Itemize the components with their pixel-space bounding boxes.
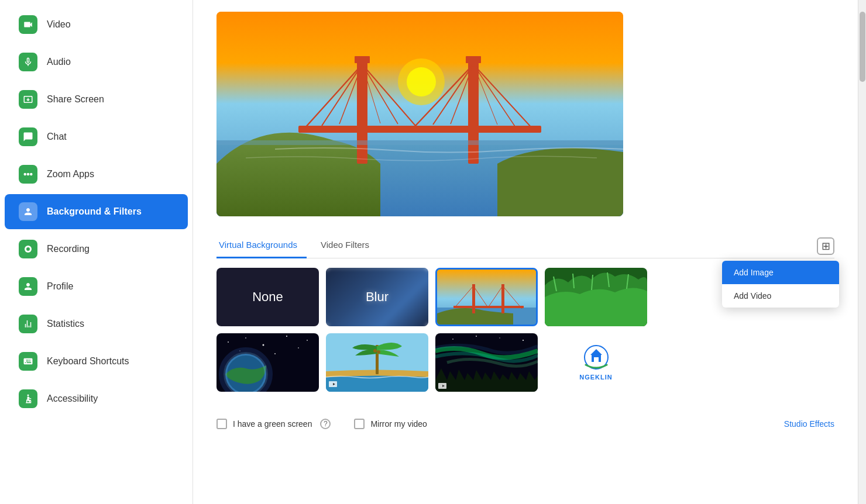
main-content: Virtual Backgrounds Video Filters ⊞ Add …	[193, 0, 858, 504]
add-video-option[interactable]: Add Video	[722, 284, 839, 308]
help-icon[interactable]: ?	[320, 419, 331, 429]
scrollbar-thumb[interactable]	[860, 12, 865, 82]
green-screen-checkbox[interactable]	[216, 419, 227, 429]
svg-point-50	[274, 353, 276, 354]
audio-icon	[19, 53, 37, 71]
sidebar-item-zoom-apps[interactable]: Zoom Apps	[5, 157, 188, 192]
green-screen-label: I have a green screen	[233, 419, 312, 429]
sidebar-item-video[interactable]: Video	[5, 7, 188, 42]
svg-point-59	[373, 349, 377, 353]
sidebar-item-chat[interactable]: Chat	[5, 119, 188, 154]
tab-video-filters[interactable]: Video Filters	[318, 234, 379, 258]
add-button[interactable]: ⊞ Add Image Add Video	[817, 237, 834, 255]
sidebar: Video Audio Share Screen Chat	[0, 0, 193, 504]
chat-icon	[19, 127, 37, 146]
thumbnail-logo[interactable]: NGEKLIN	[545, 333, 647, 392]
mirror-checkbox[interactable]	[354, 419, 365, 429]
svg-rect-24	[298, 126, 541, 133]
profile-icon	[19, 277, 37, 296]
bottom-controls: I have a green screen ? Mirror my video …	[193, 407, 858, 441]
svg-point-67	[523, 340, 524, 341]
sidebar-item-background-filters[interactable]: Background & Filters	[5, 194, 188, 229]
scrollbar[interactable]	[858, 0, 866, 504]
sidebar-item-label-profile: Profile	[47, 281, 73, 292]
share-screen-icon	[19, 90, 37, 109]
tabs-row: Virtual Backgrounds Video Filters ⊞ Add …	[216, 234, 834, 258]
svg-point-64	[452, 339, 453, 340]
svg-point-44	[228, 341, 229, 343]
svg-rect-71	[594, 357, 599, 362]
svg-rect-36	[453, 306, 524, 308]
svg-point-5	[28, 395, 29, 396]
svg-rect-26	[466, 56, 481, 63]
svg-rect-27	[216, 140, 623, 145]
svg-point-48	[307, 340, 308, 341]
svg-rect-30	[472, 284, 475, 313]
recording-icon	[19, 240, 37, 258]
add-image-option[interactable]: Add Image	[722, 261, 839, 284]
preview-image	[216, 12, 623, 216]
mirror-row: Mirror my video	[354, 419, 427, 429]
thumb-none-label: None	[252, 289, 283, 305]
thumbnail-beach[interactable]	[326, 333, 428, 392]
sidebar-item-label-accessibility: Accessibility	[47, 393, 98, 404]
preview-container	[193, 0, 858, 228]
thumbnail-none[interactable]: None	[216, 268, 319, 326]
sidebar-item-recording[interactable]: Recording	[5, 232, 188, 267]
svg-rect-25	[355, 56, 370, 63]
svg-point-60	[377, 350, 380, 354]
studio-effects-link[interactable]: Studio Effects	[784, 419, 834, 429]
zoom-apps-icon	[19, 165, 37, 184]
svg-point-4	[26, 247, 30, 251]
svg-point-65	[476, 336, 477, 337]
logo-text: NGEKLIN	[579, 374, 613, 381]
svg-point-0	[27, 173, 30, 176]
tab-virtual-backgrounds[interactable]: Virtual Backgrounds	[216, 234, 307, 258]
svg-rect-31	[501, 284, 504, 313]
sidebar-item-profile[interactable]: Profile	[5, 269, 188, 304]
svg-point-1	[24, 173, 27, 176]
sidebar-item-label-background-filters: Background & Filters	[47, 206, 142, 217]
video-icon	[19, 15, 37, 34]
sidebar-item-label-keyboard-shortcuts: Keyboard Shortcuts	[47, 356, 129, 367]
thumbnail-grass[interactable]	[545, 268, 647, 326]
sidebar-item-statistics[interactable]: Statistics	[5, 306, 188, 341]
sidebar-item-accessibility[interactable]: Accessibility	[5, 381, 188, 416]
background-icon	[19, 202, 37, 221]
svg-point-8	[407, 67, 436, 96]
thumbnail-aurora[interactable]	[435, 333, 538, 392]
green-screen-row: I have a green screen ?	[216, 419, 331, 429]
statistics-icon	[19, 315, 37, 333]
plus-icon: ⊞	[822, 240, 830, 253]
svg-point-51	[298, 347, 299, 348]
sidebar-item-share-screen[interactable]: Share Screen	[5, 82, 188, 117]
thumbnail-space[interactable]	[216, 333, 319, 392]
sidebar-item-label-video: Video	[47, 19, 71, 30]
sidebar-item-label-recording: Recording	[47, 244, 90, 254]
svg-point-47	[286, 336, 287, 337]
sidebar-item-label-statistics: Statistics	[47, 319, 84, 329]
sidebar-item-label-share-screen: Share Screen	[47, 94, 104, 105]
sidebar-item-label-zoom-apps: Zoom Apps	[47, 169, 94, 179]
svg-point-45	[245, 337, 246, 339]
mirror-label: Mirror my video	[370, 419, 427, 429]
sidebar-item-label-audio: Audio	[47, 57, 71, 67]
sidebar-item-keyboard-shortcuts[interactable]: Keyboard Shortcuts	[5, 344, 188, 379]
svg-point-66	[499, 337, 500, 339]
thumbnail-golden-gate[interactable]	[435, 268, 538, 326]
keyboard-icon	[19, 352, 37, 371]
sidebar-item-label-chat: Chat	[47, 132, 67, 142]
thumb-blur-label: Blur	[366, 289, 389, 305]
sidebar-item-audio[interactable]: Audio	[5, 44, 188, 80]
accessibility-icon	[19, 389, 37, 408]
svg-point-46	[263, 344, 264, 346]
dropdown-menu: Add Image Add Video	[722, 261, 839, 308]
svg-point-2	[30, 173, 33, 176]
thumbnail-blur[interactable]: Blur	[326, 268, 428, 326]
tabs-section: Virtual Backgrounds Video Filters ⊞ Add …	[193, 234, 858, 258]
